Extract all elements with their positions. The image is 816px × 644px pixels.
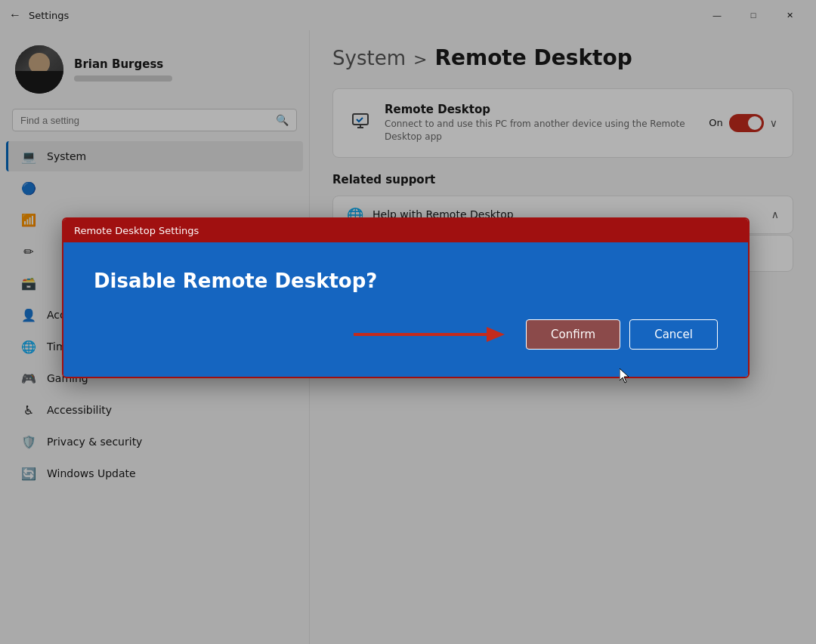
svg-marker-2 — [487, 327, 505, 342]
cancel-button[interactable]: Cancel — [629, 319, 718, 350]
dialog-title: Remote Desktop Settings — [74, 225, 199, 236]
confirm-dialog: Remote Desktop Settings Disable Remote D… — [62, 217, 750, 378]
confirm-button[interactable]: Confirm — [526, 319, 620, 350]
arrow-svg — [354, 321, 505, 348]
dialog-actions: Confirm Cancel — [94, 319, 718, 350]
dialog-question: Disable Remote Desktop? — [94, 270, 718, 292]
arrow-indicator — [94, 321, 505, 348]
dialog-body: Disable Remote Desktop? Confirm Cancel — [63, 242, 748, 377]
dialog-titlebar: Remote Desktop Settings — [63, 219, 748, 242]
